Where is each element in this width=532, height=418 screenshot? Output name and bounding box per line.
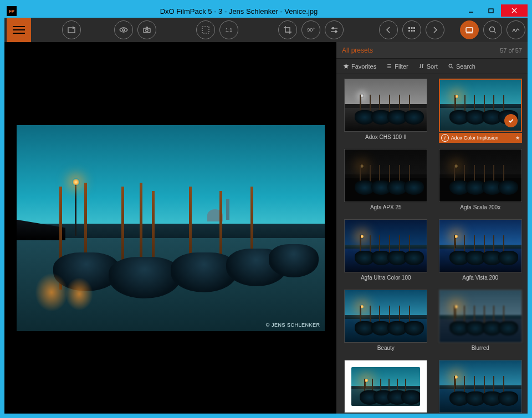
preset-scroll[interactable]: Adox CHS 100 IIiAdox Color Implosion★Agf…	[336, 74, 528, 414]
svg-rect-16	[408, 30, 410, 32]
preset-thumbnail	[344, 219, 427, 272]
svg-point-26	[449, 64, 452, 68]
sliders-button[interactable]	[325, 20, 344, 39]
preset-thumbnail	[439, 360, 522, 413]
preset-thumbnail	[344, 360, 427, 413]
svg-point-11	[332, 28, 334, 29]
preset-item[interactable]: Adox CHS 100 II	[342, 79, 430, 143]
preset-thumbnail	[439, 290, 522, 343]
svg-rect-18	[413, 30, 415, 32]
preset-label: Agfa APX 25	[370, 203, 402, 214]
grid-view-button[interactable]	[402, 20, 421, 39]
histogram-button[interactable]	[507, 20, 525, 39]
preset-thumbnail	[439, 79, 522, 132]
filter-sort[interactable]: Sort	[418, 63, 438, 70]
loupe-button[interactable]	[483, 20, 502, 39]
preset-item[interactable]	[342, 360, 430, 414]
filter-search[interactable]: Search	[448, 63, 475, 70]
sort-icon	[418, 63, 424, 69]
app-logo: FP	[7, 6, 17, 16]
preset-item[interactable]: Agfa Vista 200	[437, 219, 525, 284]
preset-thumbnail	[439, 149, 522, 202]
maximize-button[interactable]	[481, 4, 501, 17]
next-button[interactable]	[426, 20, 444, 39]
svg-rect-13	[408, 27, 410, 29]
svg-rect-8	[202, 27, 209, 33]
search-icon	[448, 63, 454, 69]
info-icon[interactable]: i	[441, 134, 449, 142]
preset-label: Blurred	[472, 344, 489, 354]
preset-label: Agfa Scala 200x	[460, 203, 500, 214]
preset-item[interactable]	[437, 360, 525, 414]
preset-label: Adox CHS 100 II	[365, 133, 406, 143]
svg-line-27	[452, 67, 453, 69]
preset-thumbnail	[344, 149, 427, 202]
preset-thumbnail	[344, 290, 427, 343]
svg-line-22	[494, 32, 497, 34]
menu-button[interactable]	[7, 18, 31, 42]
window-titlebar: FP DxO FilmPack 5 - 3 - Jens Schlenker -…	[4, 4, 528, 18]
preview-eye-button[interactable]	[114, 20, 133, 39]
main-toolbar: 1:1 90°	[4, 18, 528, 42]
fit-button[interactable]	[196, 20, 215, 39]
preset-label: Adox Color Implosion	[451, 135, 499, 141]
filter-favorites[interactable]: Favorites	[343, 63, 376, 70]
window-title: DxO FilmPack 5 - 3 - Jens Schlenker - Ve…	[17, 7, 461, 16]
list-icon	[386, 63, 392, 69]
svg-rect-1	[489, 9, 493, 13]
preset-label: Agfa Ultra Color 100	[361, 273, 411, 284]
svg-rect-19	[466, 28, 473, 32]
close-button[interactable]	[501, 4, 528, 17]
snapshot-button[interactable]	[137, 20, 156, 39]
preset-item[interactable]: Agfa APX 25	[342, 149, 430, 214]
preset-item[interactable]: Agfa Ultra Color 100	[342, 219, 430, 284]
svg-rect-4	[68, 28, 75, 33]
preset-label: Agfa Vista 200	[462, 273, 498, 284]
panel-title: All presets	[342, 47, 500, 54]
svg-rect-14	[411, 27, 413, 29]
presets-panel-button[interactable]	[460, 20, 479, 39]
preset-item[interactable]: Beauty	[342, 290, 430, 354]
filter-filter[interactable]: Filter	[386, 63, 408, 70]
preset-label-bar: iAdox Color Implosion★	[439, 133, 522, 143]
svg-rect-15	[413, 27, 415, 29]
star-icon	[343, 63, 349, 69]
svg-rect-17	[411, 30, 413, 32]
preset-count: 57 of 57	[500, 47, 522, 54]
crop-button[interactable]	[278, 20, 297, 39]
presets-panel: All presets 57 of 57 Favorites Filter So…	[336, 42, 528, 414]
preset-item[interactable]: Blurred	[437, 290, 525, 354]
svg-point-21	[490, 27, 495, 32]
preset-item[interactable]: iAdox Color Implosion★	[437, 79, 525, 143]
zoom-1-1-button[interactable]: 1:1	[219, 20, 238, 39]
main-photo: © JENS SCHLENKER	[17, 125, 325, 331]
svg-point-7	[146, 29, 148, 32]
check-icon	[504, 114, 518, 127]
preset-thumbnail	[439, 219, 522, 272]
svg-point-12	[335, 31, 337, 33]
preset-thumbnail	[344, 79, 427, 132]
preset-label: Beauty	[377, 344, 395, 354]
favorite-star-icon[interactable]: ★	[515, 135, 520, 141]
prev-button[interactable]	[379, 20, 398, 39]
preset-item[interactable]: Agfa Scala 200x	[437, 149, 525, 214]
export-image-button[interactable]	[62, 20, 81, 39]
hamburger-icon	[13, 26, 25, 34]
minimize-button[interactable]	[461, 4, 481, 17]
svg-point-5	[122, 29, 125, 31]
watermark: © JENS SCHLENKER	[266, 322, 320, 328]
image-viewer[interactable]: © JENS SCHLENKER	[4, 42, 336, 414]
rotate-button[interactable]: 90°	[301, 20, 320, 39]
